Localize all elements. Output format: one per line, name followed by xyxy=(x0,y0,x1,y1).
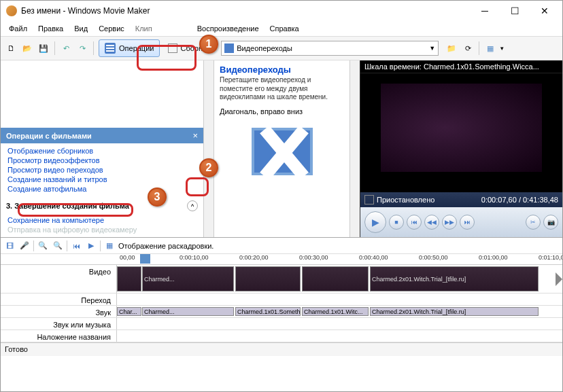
menu-view[interactable]: Вид xyxy=(69,22,93,35)
task-link-effects[interactable]: Просмотр видеоэффектов xyxy=(7,156,197,165)
operations-label: Операции xyxy=(119,44,154,52)
open-icon[interactable]: 📂 xyxy=(20,41,35,56)
new-icon[interactable]: 🗋 xyxy=(3,41,18,56)
menu-edit[interactable]: Правка xyxy=(33,22,69,35)
play-button[interactable]: ▶ xyxy=(364,211,386,233)
transitions-pane: Видеопереходы Перетащите видеопереход и … xyxy=(214,60,349,237)
task-link-transitions[interactable]: Просмотр видео переходов xyxy=(7,165,197,175)
ruler-tick: 0:00:20,00 xyxy=(239,254,269,261)
time-current: 0:00:07,60 xyxy=(481,196,517,204)
transition-thumb[interactable] xyxy=(252,128,313,175)
annotation-badge-3: 3 xyxy=(148,188,167,207)
task-link-automovie[interactable]: Создание автофильма xyxy=(7,184,197,194)
zoom-in-icon[interactable]: 🔍 xyxy=(37,240,49,252)
task-link-save-computer[interactable]: Сохранение на компьютере xyxy=(7,215,197,225)
maximize-button[interactable]: ☐ xyxy=(502,3,527,18)
track-title-label: Наложение названия xyxy=(1,330,116,342)
narrate-icon[interactable]: 🎤 xyxy=(18,240,31,252)
tasks-header: Операции с фильмами × xyxy=(1,128,203,143)
menu-play[interactable]: Воспроизведение xyxy=(192,22,265,35)
task-link-collections[interactable]: Отображение сборников xyxy=(7,146,197,156)
collection-combo[interactable]: Видеопереходы ▼ xyxy=(221,41,439,56)
close-icon[interactable]: × xyxy=(192,130,198,141)
video-clip[interactable] xyxy=(235,266,301,291)
video-clip[interactable]: Charmed.2x01.Witch.Trial_[tfile.ru] xyxy=(370,266,539,291)
audio-clip[interactable]: Char... xyxy=(117,307,141,316)
close-button[interactable]: ✕ xyxy=(532,3,557,18)
zoom-out-icon[interactable]: 🔍 xyxy=(52,240,64,252)
video-clip[interactable] xyxy=(117,266,141,291)
ruler-tick: 0:01:00,00 xyxy=(479,254,508,261)
operations-button[interactable]: Операции xyxy=(99,39,160,57)
transition-track[interactable] xyxy=(116,293,562,305)
task-links: Отображение сборников Просмотр видеоэффе… xyxy=(1,143,203,196)
view-thumbs-icon[interactable]: ▦ xyxy=(483,41,498,56)
menu-file[interactable]: Файл xyxy=(3,22,33,35)
rewind-icon[interactable]: ⏮ xyxy=(70,240,82,252)
ruler-tick: 0:00:50,00 xyxy=(419,254,448,261)
video-track[interactable]: Charmed...Charmed.2x01.Witch.Trial_[tfil… xyxy=(116,265,562,293)
film-icon xyxy=(224,43,234,53)
timeline-mode[interactable]: Отображение раскадровки. xyxy=(118,242,214,250)
video-clip[interactable] xyxy=(302,266,369,291)
combo-value: Видеопереходы xyxy=(237,44,292,52)
transition-name: Диагональ, вправо вниз xyxy=(220,107,344,115)
preview-status-bar: Приостановлено 0:00:07,60 / 0:41:38,48 xyxy=(360,192,562,207)
timeline: 🎞 🎤 🔍 🔍 ⏮ ▶ ▦ Отображение раскадровки. 0… xyxy=(1,237,562,342)
chevron-down-icon: ▼ xyxy=(429,45,435,52)
audio-clip[interactable]: Charmed... xyxy=(142,307,234,316)
nav-up-icon[interactable]: 📁 xyxy=(444,41,459,56)
title-track[interactable] xyxy=(116,330,562,342)
next-button[interactable]: ⏭ xyxy=(460,215,475,230)
stop-button[interactable]: ■ xyxy=(389,215,404,230)
timeline-view-icon[interactable]: 🎞 xyxy=(3,240,16,252)
status-text: Приостановлено xyxy=(377,196,434,204)
annotation-badge-2: 2 xyxy=(199,158,218,177)
refresh-icon[interactable]: ⟳ xyxy=(460,41,475,56)
task-link-titles[interactable]: Создание названий и титров xyxy=(7,175,197,184)
timeline-ruler[interactable]: 00,000:00:10,000:00:20,000:00:30,000:00:… xyxy=(1,254,562,265)
undo-icon[interactable]: ↶ xyxy=(58,41,73,56)
video-clip[interactable]: Charmed... xyxy=(142,266,234,291)
scrollbar[interactable] xyxy=(349,60,360,237)
scroll-right-icon[interactable] xyxy=(556,272,562,286)
menubar: Файл Правка Вид Сервис Клип Воспроизведе… xyxy=(1,21,562,36)
audio-track[interactable]: Char...Charmed...Charmed.1x01.Someth...C… xyxy=(116,306,562,317)
chevron-up-icon[interactable]: ^ xyxy=(187,200,198,211)
audio-clip[interactable]: Charmed.1x01.Witc... xyxy=(302,307,369,316)
timeline-tools: 🎞 🎤 🔍 🔍 ⏮ ▶ ▦ Отображение раскадровки. xyxy=(1,238,562,254)
forward-button[interactable]: ▶▶ xyxy=(442,215,457,230)
ruler-tick: 0:00:10,00 xyxy=(180,254,209,261)
toolbar: 🗋 📂 💾 ↶ ↷ Операции Сборники Видеопереход… xyxy=(1,36,562,60)
transitions-desc: Перетащите видеопереход и поместите его … xyxy=(220,76,344,102)
redo-icon[interactable]: ↷ xyxy=(75,41,90,56)
time-total: 0:41:38,48 xyxy=(523,196,558,204)
menu-clip[interactable]: Клип xyxy=(130,22,158,35)
storyboard-icon[interactable]: ▦ xyxy=(103,240,116,252)
section-finish-label: 3. Завершение создания фильма xyxy=(6,202,129,210)
task-link-send-camera[interactable]: Отправка на цифровую видеокамеру xyxy=(7,225,197,234)
titlebar: Без имени - Windows Movie Maker ─ ☐ ✕ xyxy=(1,1,562,21)
save-icon[interactable]: 💾 xyxy=(36,41,51,56)
statusbar: Готово xyxy=(1,342,562,356)
menu-help[interactable]: Справка xyxy=(265,22,305,35)
audio-clip[interactable]: Charmed.1x01.Someth... xyxy=(235,307,301,316)
preview-controls: ▶ ■ ⏮ ◀◀ ▶▶ ⏭ ✂ 📷 xyxy=(360,207,562,237)
snapshot-button[interactable]: 📷 xyxy=(543,215,558,230)
folder-icon xyxy=(168,43,177,53)
track-video-label: Видео xyxy=(1,265,116,293)
minimize-button[interactable]: ─ xyxy=(473,3,497,18)
ruler-tick: 0:01:10,00 xyxy=(539,254,563,261)
music-track[interactable] xyxy=(116,318,562,329)
preview-video[interactable] xyxy=(360,73,562,192)
tasks-header-label: Операции с фильмами xyxy=(6,132,92,140)
audio-clip[interactable]: Charmed.2x01.Witch.Trial_[tfile.ru] xyxy=(370,307,539,316)
scrollbar[interactable] xyxy=(203,60,214,237)
play-icon[interactable]: ▶ xyxy=(85,240,97,252)
rewind-button[interactable]: ◀◀ xyxy=(424,215,439,230)
menu-service[interactable]: Сервис xyxy=(93,22,130,35)
list-icon xyxy=(105,43,116,54)
split-button[interactable]: ✂ xyxy=(526,215,541,230)
playhead[interactable] xyxy=(140,254,150,264)
prev-button[interactable]: ⏮ xyxy=(407,215,422,230)
